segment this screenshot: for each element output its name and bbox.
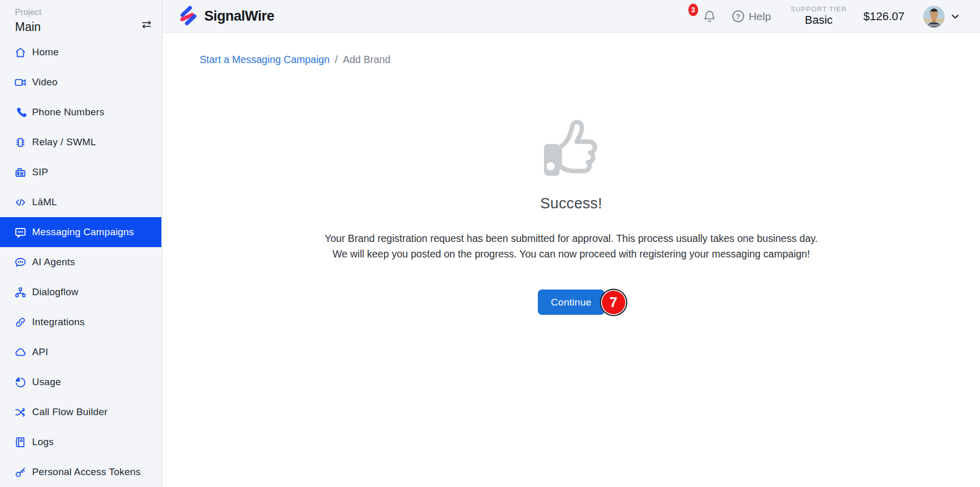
sidebar-item-call-flow-builder[interactable]: Call Flow Builder xyxy=(0,397,161,427)
sidebar-item-phone-numbers[interactable]: Phone Numbers xyxy=(0,97,161,127)
sidebar-item-sip[interactable]: SIP xyxy=(0,157,161,187)
annotation-marker-7: 7 xyxy=(602,291,625,314)
sidebar-item-home[interactable]: Home xyxy=(0,37,161,67)
chat-bubble-icon xyxy=(14,256,27,269)
success-message: Your Brand registration request has been… xyxy=(324,231,818,262)
avatar[interactable] xyxy=(923,6,945,27)
code-icon xyxy=(14,196,27,209)
brand-name: SignalWire xyxy=(204,8,274,24)
breadcrumb-current: Add Brand xyxy=(343,54,390,66)
notification-count-badge: 3 xyxy=(688,4,698,16)
switch-project-icon[interactable] xyxy=(140,18,153,31)
sidebar-item-messaging-campaigns[interactable]: Messaging Campaigns xyxy=(0,217,161,247)
signalwire-logo-icon xyxy=(178,5,199,28)
sidebar: Project Main Home Video Phone Numbers Re… xyxy=(0,0,162,487)
home-icon xyxy=(14,46,27,59)
breadcrumb-separator: / xyxy=(335,54,337,66)
continue-button[interactable]: Continue xyxy=(538,290,604,315)
account-menu-chevron-down-icon[interactable] xyxy=(950,11,960,22)
chip-icon xyxy=(14,136,27,149)
sidebar-item-api[interactable]: API xyxy=(0,337,161,367)
key-icon xyxy=(14,466,27,479)
breadcrumb-link[interactable]: Start a Messaging Campaign xyxy=(200,54,329,66)
sidebar-item-relay-swml[interactable]: Relay / SWML xyxy=(0,127,161,157)
sidebar-item-ai-agents[interactable]: AI Agents xyxy=(0,247,161,277)
sip-phone-icon xyxy=(14,166,27,179)
question-circle-icon: ? xyxy=(732,10,744,22)
sidebar-item-integrations[interactable]: Integrations xyxy=(0,307,161,337)
continue-row: Continue 7 xyxy=(538,290,604,315)
sidebar-nav: Home Video Phone Numbers Relay / SWML SI… xyxy=(0,37,161,487)
video-icon xyxy=(14,76,27,89)
message-square-icon xyxy=(14,226,27,239)
sidebar-header: Project Main xyxy=(0,0,161,37)
phone-icon xyxy=(14,106,27,119)
success-title: Success! xyxy=(540,195,602,212)
brand[interactable]: SignalWire xyxy=(178,5,274,28)
app-root: Project Main Home Video Phone Numbers Re… xyxy=(0,0,980,487)
link-icon xyxy=(14,316,27,329)
shuffle-icon xyxy=(14,406,27,419)
breadcrumb: Start a Messaging Campaign / Add Brand xyxy=(200,54,980,66)
account-balance[interactable]: $126.07 xyxy=(863,10,904,23)
help-label: Help xyxy=(749,10,771,23)
sidebar-item-personal-access-tokens[interactable]: Personal Access Tokens xyxy=(0,457,161,487)
main-column: SignalWire 3 ? Help SUPPORT TIER Basic xyxy=(162,0,980,487)
thumbs-up-icon xyxy=(544,117,599,177)
sidebar-item-logs[interactable]: Logs xyxy=(0,427,161,457)
top-bar: SignalWire 3 ? Help SUPPORT TIER Basic xyxy=(162,0,980,33)
sidebar-item-dialogflow[interactable]: Dialogflow xyxy=(0,277,161,307)
support-tier: SUPPORT TIER Basic xyxy=(791,6,847,26)
content-area: Start a Messaging Campaign / Add Brand S… xyxy=(162,33,980,487)
cloud-icon xyxy=(14,346,27,359)
sidebar-item-video[interactable]: Video xyxy=(0,67,161,97)
sitemap-icon xyxy=(14,286,27,299)
project-name: Main xyxy=(15,20,152,34)
sidebar-item-usage[interactable]: Usage xyxy=(0,367,161,397)
support-tier-value: Basic xyxy=(791,13,847,26)
sidebar-item-l-ml[interactable]: LāML xyxy=(0,187,161,217)
pie-chart-icon xyxy=(14,376,27,389)
project-label: Project xyxy=(15,8,152,17)
success-panel: Success! Your Brand registration request… xyxy=(162,117,980,315)
help-button[interactable]: ? Help xyxy=(732,10,771,23)
book-icon xyxy=(14,436,27,449)
notifications-button[interactable]: 3 xyxy=(702,9,717,24)
bell-icon xyxy=(702,17,717,26)
support-tier-label: SUPPORT TIER xyxy=(791,6,847,13)
